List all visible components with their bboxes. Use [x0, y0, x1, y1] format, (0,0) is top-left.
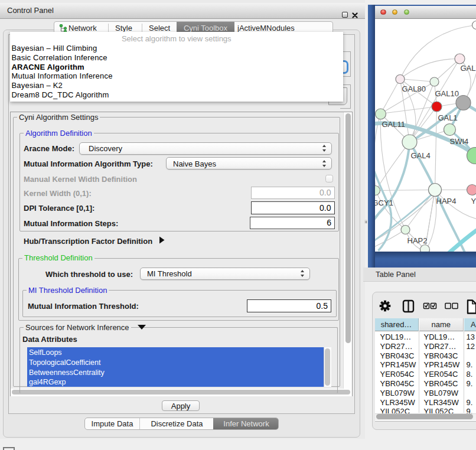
- svg-text:GAL10: GAL10: [435, 89, 458, 97]
- svg-text:SWI4: SWI4: [449, 136, 468, 145]
- svg-text:GAL80: GAL80: [402, 84, 425, 93]
- svg-text:HAP2: HAP2: [407, 236, 427, 244]
- svg-text:GCY1: GCY1: [375, 198, 393, 207]
- svg-text:YM: YM: [471, 196, 476, 205]
- svg-text:GAL4: GAL4: [410, 151, 430, 159]
- svg-text:HAP4: HAP4: [436, 196, 456, 205]
- svg-text:GAL11: GAL11: [382, 119, 405, 128]
- svg-text:GAL7: GAL7: [460, 63, 476, 72]
- svg-text:GAL1: GAL1: [438, 113, 457, 122]
